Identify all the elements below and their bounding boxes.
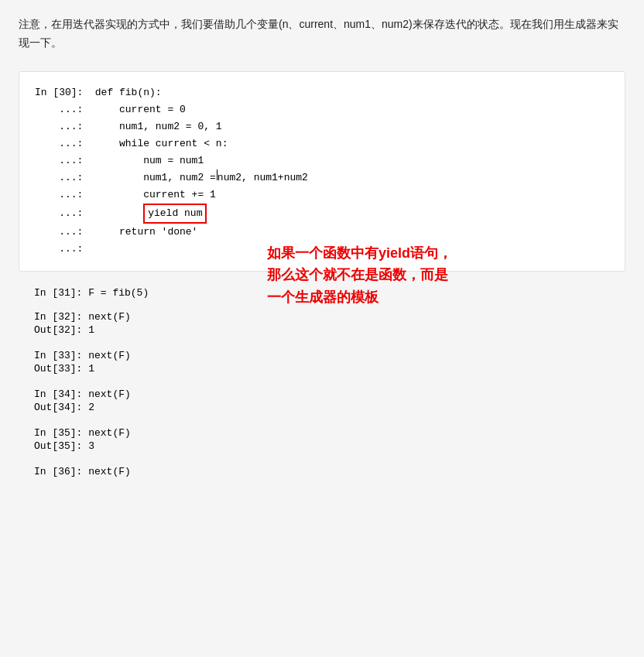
code-line-7: ...: current += 1 xyxy=(35,186,609,204)
code-yield-wrapper: yield num xyxy=(89,204,207,224)
code-current: current = 0 xyxy=(89,101,186,118)
prompt-cont-4: ...: xyxy=(35,152,89,169)
output-35: Out[35]: 3 xyxy=(34,440,610,455)
input-36: In [36]: next(F) xyxy=(34,458,610,479)
input-35: In [35]: next(F) xyxy=(34,419,610,440)
code-num12: num1, num2 = 0, 1 xyxy=(89,118,222,135)
cell-34: In [34]: next(F) Out[34]: 2 xyxy=(34,381,610,416)
code-num1-num2: num1, num2 = xyxy=(89,169,216,186)
code-line-1: In [30]: def fib(n): xyxy=(35,84,609,101)
output-34: Out[34]: 2 xyxy=(34,402,610,416)
code-line-8: ...: yield num xyxy=(35,204,609,224)
code-line-6: ...: num1, num2 =num2, num1+num2 xyxy=(35,169,609,186)
input-34: In [34]: next(F) xyxy=(34,381,610,402)
code-line-4: ...: while current < n: xyxy=(35,135,609,152)
code-def-fib: def fib(n): xyxy=(89,84,162,101)
prompt-cont-5: ...: xyxy=(35,169,89,186)
intro-text: 注意，在用迭代器实现的方式中，我们要借助几个变量(n、current、num1、… xyxy=(19,15,625,53)
notebook-cell: In [30]: def fib(n): ...: current = 0 ..… xyxy=(19,71,625,272)
code-block: In [30]: def fib(n): ...: current = 0 ..… xyxy=(35,84,609,258)
code-line-5: ...: num = num1 xyxy=(35,152,609,169)
code-line-2: ...: current = 0 xyxy=(35,101,609,118)
code-num2-expr: num2, num1+num2 xyxy=(218,169,308,186)
cell-36: In [36]: next(F) xyxy=(34,458,610,479)
cell-33: In [33]: next(F) Out[33]: 1 xyxy=(34,342,610,378)
prompt-cont-2: ...: xyxy=(35,118,89,135)
code-line-9: ...: return 'done' xyxy=(35,224,609,241)
yield-highlight: yield num xyxy=(143,204,207,224)
input-33: In [33]: next(F) xyxy=(34,342,610,363)
code-while: while current < n: xyxy=(89,135,228,152)
code-line-3: ...: num1, num2 = 0, 1 xyxy=(35,118,609,135)
prompt-cont-7: ...: xyxy=(35,205,89,222)
output-33: Out[33]: 1 xyxy=(34,363,610,378)
prompt-cont-6: ...: xyxy=(35,186,89,204)
prompt-cont-1: ...: xyxy=(35,101,89,118)
output-32: Out[32]: 1 xyxy=(34,324,610,339)
annotation: 如果一个函数中有yield语句， 那么这个就不在是函数，而是 一个生成器的模板 xyxy=(267,242,452,309)
prompt-30: In [30]: xyxy=(35,84,89,101)
code-return: return 'done' xyxy=(89,224,197,241)
prompt-cont-9: ...: xyxy=(35,241,89,258)
prompt-cont-3: ...: xyxy=(35,135,89,152)
code-empty xyxy=(89,241,119,258)
cell-35: In [35]: next(F) Out[35]: 3 xyxy=(34,419,610,455)
page-wrapper: 注意，在用迭代器实现的方式中，我们要借助几个变量(n、current、num1、… xyxy=(0,0,644,498)
code-num-num1: num = num1 xyxy=(89,152,204,169)
prompt-cont-8: ...: xyxy=(35,224,89,241)
code-current-inc: current += 1 xyxy=(89,186,216,204)
